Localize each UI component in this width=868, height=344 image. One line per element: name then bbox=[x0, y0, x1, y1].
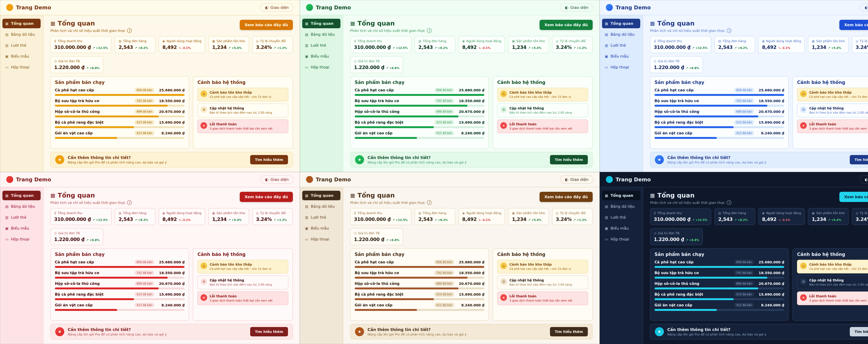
learn-more-button[interactable]: Tìm hiểu thêm bbox=[250, 155, 288, 164]
view-full-report-button[interactable]: Xem báo cáo đầy đủ bbox=[839, 192, 868, 202]
sidebar-item[interactable]: ▭ Hộp thoại bbox=[302, 62, 340, 72]
sidebar-item[interactable]: ▣ Biểu mẫu bbox=[2, 223, 41, 233]
brand-logo-icon bbox=[606, 4, 613, 11]
kpi-delta-value: -3.1% bbox=[482, 218, 490, 221]
alert-item: ⚠ Cảnh báo tồn kho thấp Cà phê hạt cao c… bbox=[197, 260, 288, 273]
product-sold-badge: 856 đã bán bbox=[134, 260, 155, 265]
kpi-icon: ◎ bbox=[856, 39, 858, 43]
sidebar-item[interactable]: ▣ Biểu mẫu bbox=[2, 51, 41, 61]
product-progress-track bbox=[355, 266, 484, 268]
kpi-header: ◎ Tỷ lệ chuyển đổi bbox=[556, 211, 589, 215]
theme-switcher-button[interactable]: ◐ Giao diện bbox=[860, 175, 868, 184]
palette-icon: ◐ bbox=[565, 5, 568, 10]
dashboard-panel: Trang Demo ◐ Giao diện ▦ Tổng quan ▤ Bả bbox=[300, 172, 600, 344]
sidebar-item[interactable]: ▤ Bảng dữ liệu bbox=[602, 30, 640, 39]
sidebar-item[interactable]: ▥ Lưới thẻ bbox=[2, 41, 41, 50]
kpi-delta-value: +12.5% bbox=[396, 218, 408, 221]
trend-arrow-icon: ↘ bbox=[179, 218, 181, 221]
top-products-title: Sản phẩm bán chạy bbox=[55, 252, 185, 257]
info-icon[interactable]: i bbox=[727, 28, 732, 33]
info-icon[interactable]: i bbox=[427, 28, 432, 33]
theme-switcher-button[interactable]: ◐ Giao diện bbox=[860, 3, 868, 12]
kpi-value: 2,543 bbox=[418, 44, 433, 50]
kpi-label: Giá trị đơn TB bbox=[58, 59, 80, 63]
theme-switcher-button[interactable]: ◐ Giao diện bbox=[560, 175, 593, 184]
sidebar-item[interactable]: ▥ Lưới thẻ bbox=[2, 213, 41, 222]
sidebar-item[interactable]: ▭ Hộp thoại bbox=[302, 234, 340, 244]
sidebar-item[interactable]: ▤ Bảng dữ liệu bbox=[302, 30, 340, 39]
overview-grid-icon: ▦ bbox=[50, 20, 55, 26]
kpi-delta-badge: ↗ +6.8% bbox=[386, 66, 399, 70]
view-full-report-button[interactable]: Xem báo cáo đầy đủ bbox=[839, 20, 868, 30]
theme-switcher-button[interactable]: ◐ Giao diện bbox=[560, 3, 593, 12]
learn-more-button[interactable]: Tìm hiểu thêm bbox=[250, 327, 288, 336]
sidebar-item[interactable]: ▣ Biểu mẫu bbox=[302, 51, 340, 61]
trend-arrow-icon: ↗ bbox=[135, 46, 137, 49]
overview-grid-icon: ▦ bbox=[650, 20, 655, 26]
sidebar-item[interactable]: ▥ Lưới thẻ bbox=[302, 41, 340, 50]
sidebar-item[interactable]: ▦ Tổng quan bbox=[602, 19, 640, 28]
sidebar-item[interactable]: ▤ Bảng dữ liệu bbox=[602, 202, 640, 211]
kpi-delta-value: +12.5% bbox=[695, 218, 707, 221]
theme-switcher-button[interactable]: ◐ Giao diện bbox=[260, 175, 293, 184]
sidebar-item[interactable]: ▤ Bảng dữ liệu bbox=[2, 30, 41, 39]
kpi-delta-badge: ↗ +6.8% bbox=[86, 238, 100, 242]
kpi-icon: ₫ bbox=[654, 211, 656, 215]
kpi-delta-value: -3.1% bbox=[781, 218, 790, 221]
view-full-report-button[interactable]: Xem báo cáo đầy đủ bbox=[539, 192, 593, 202]
sidebar-item[interactable]: ▭ Hộp thoại bbox=[602, 234, 640, 244]
sidebar-item[interactable]: ▣ Biểu mẫu bbox=[302, 223, 340, 233]
sidebar-item[interactable]: ▤ Bảng dữ liệu bbox=[2, 202, 41, 211]
info-icon[interactable]: i bbox=[127, 200, 132, 205]
product-sold-badge: 689 đã bán bbox=[734, 109, 754, 114]
sidebar-item[interactable]: ▥ Lưới thẻ bbox=[602, 41, 640, 50]
sidebar-item[interactable]: ▥ Lưới thẻ bbox=[602, 213, 640, 222]
kpi-icon: ◎ bbox=[256, 211, 259, 215]
product-revenue: 20.670.000 ₫ bbox=[457, 282, 484, 286]
kpi-value: 2,543 bbox=[718, 216, 733, 222]
learn-more-button[interactable]: Tìm hiểu thêm bbox=[850, 327, 868, 336]
kpi-label: Tổng đơn hàng bbox=[722, 39, 746, 43]
view-full-report-button[interactable]: Xem báo cáo đầy đủ bbox=[539, 20, 593, 30]
sidebar-item[interactable]: ▦ Tổng quan bbox=[602, 191, 640, 200]
sidebar-item[interactable]: ▦ Tổng quan bbox=[2, 191, 41, 200]
upgrade-banner: ★ Cần thêm thông tin chi tiết? Nâng cấp … bbox=[50, 324, 293, 340]
product-name: Gói ăn vặt cao cấp bbox=[355, 131, 393, 135]
sidebar-item[interactable]: ▭ Hộp thoại bbox=[602, 62, 640, 72]
kpi-card: ◎ Tỷ lệ chuyển đổi 3.24% ↗ +1.2% bbox=[252, 36, 293, 53]
sidebar-item[interactable]: ▭ Hộp thoại bbox=[2, 234, 41, 244]
palette-icon: ◐ bbox=[865, 177, 868, 182]
product-progress-track bbox=[355, 126, 484, 128]
info-icon[interactable]: i bbox=[727, 200, 732, 205]
learn-more-button[interactable]: Tìm hiểu thêm bbox=[850, 155, 868, 164]
product-row: Cà phê hạt cao cấp 856 đã bán 25.680.000… bbox=[55, 260, 185, 268]
brand-name: Trang Demo bbox=[16, 176, 51, 182]
product-revenue: 8.240.000 ₫ bbox=[157, 131, 185, 135]
kpi-delta-badge: ↗ +8.2% bbox=[435, 46, 448, 49]
alert-title: Cập nhật hệ thống bbox=[509, 278, 572, 282]
info-icon[interactable]: i bbox=[127, 28, 132, 33]
sidebar-item[interactable]: ▤ Bảng dữ liệu bbox=[302, 202, 340, 211]
view-full-report-button[interactable]: Xem báo cáo đầy đủ bbox=[240, 192, 293, 202]
view-full-report-button[interactable]: Xem báo cáo đầy đủ bbox=[240, 20, 293, 30]
kpi-value: 3.24% bbox=[556, 44, 572, 50]
sidebar-item[interactable]: ▦ Tổng quan bbox=[2, 19, 41, 28]
sidebar-item-label: Bảng dữ liệu bbox=[11, 204, 35, 209]
topbar: Trang Demo ◐ Giao diện bbox=[300, 172, 600, 187]
learn-more-button[interactable]: Tìm hiểu thêm bbox=[550, 155, 588, 164]
sidebar-item-label: Bảng dữ liệu bbox=[311, 32, 335, 37]
sidebar-item[interactable]: ▦ Tổng quan bbox=[302, 19, 340, 28]
theme-switcher-button[interactable]: ◐ Giao diện bbox=[260, 3, 293, 12]
sidebar-item[interactable]: ▣ Biểu mẫu bbox=[602, 51, 640, 61]
alert-title: Cập nhật hệ thống bbox=[210, 278, 272, 282]
learn-more-button[interactable]: Tìm hiểu thêm bbox=[550, 327, 588, 336]
sidebar-item[interactable]: ▦ Tổng quan bbox=[302, 191, 340, 200]
sidebar-item[interactable]: ▣ Biểu mẫu bbox=[602, 223, 640, 233]
sidebar-item[interactable]: ▭ Hộp thoại bbox=[2, 62, 41, 72]
sidebar-item[interactable]: ▥ Lưới thẻ bbox=[302, 213, 340, 222]
kpi-delta-badge: ↗ +6.8% bbox=[86, 66, 100, 70]
product-name: Bộ cà phê rang đặc biệt bbox=[355, 120, 403, 125]
info-icon[interactable]: i bbox=[427, 200, 432, 205]
kpi-card: ◉ Người dùng hoạt động 8,492 ↘ -3.1% bbox=[159, 36, 205, 53]
product-progress-fill bbox=[55, 137, 117, 139]
